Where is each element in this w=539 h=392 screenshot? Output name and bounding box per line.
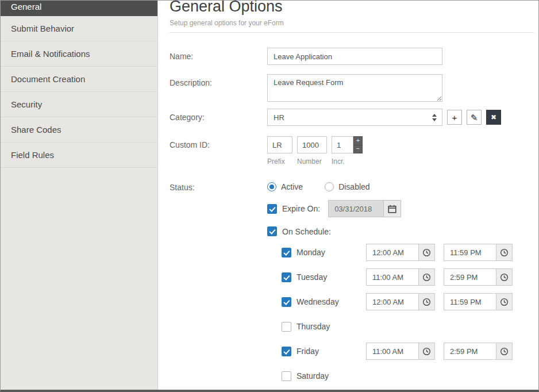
expire-label: Expire On: xyxy=(282,204,320,213)
end-time-value: 11:59 PM xyxy=(450,298,482,306)
clock-icon xyxy=(500,347,509,356)
category-select[interactable]: HR xyxy=(267,109,442,126)
decrement-button[interactable]: − xyxy=(353,145,363,154)
clock-button[interactable] xyxy=(496,293,513,310)
incr-stepper: + − xyxy=(353,136,363,153)
day-row-wednesday: Wednesday 12:00 AM 11:59 PM xyxy=(282,293,534,310)
start-time-input[interactable]: 11:00 AM xyxy=(366,343,419,360)
description-label: Description: xyxy=(170,74,267,102)
day-label: Thursday xyxy=(297,322,366,331)
sidebar-item-label: Security xyxy=(11,99,42,109)
start-time-input[interactable]: 12:00 AM xyxy=(366,244,419,261)
clock-icon xyxy=(500,298,509,306)
general-options-panel: General Options Setup general options fo… xyxy=(158,1,538,390)
x-icon: ✖ xyxy=(491,114,496,121)
day-label: Saturday xyxy=(297,371,366,381)
on-schedule-checkbox[interactable] xyxy=(267,226,277,236)
chevron-up-icon xyxy=(432,114,437,117)
end-time-input[interactable]: 11:59 PM xyxy=(444,293,496,310)
incr-input[interactable] xyxy=(332,136,353,153)
end-time-input[interactable]: 2:59 PM xyxy=(444,268,496,286)
calendar-button[interactable] xyxy=(384,200,401,217)
number-input[interactable] xyxy=(297,136,327,153)
increment-button[interactable]: + xyxy=(353,136,363,145)
clock-button[interactable] xyxy=(419,244,435,261)
chevron-down-icon xyxy=(432,118,437,121)
day-label: Wednesday xyxy=(297,297,366,306)
on-schedule-row: On Schedule: xyxy=(267,226,534,236)
start-time-input[interactable]: 11:00 AM xyxy=(366,268,419,286)
end-time-value: 11:59 PM xyxy=(450,248,482,257)
description-row: Description: Leave Request Form xyxy=(170,74,534,102)
day-row-friday: Friday 11:00 AM 2:59 PM xyxy=(282,343,534,360)
expire-date-input[interactable]: 03/31/2018 xyxy=(328,200,384,217)
sidebar-item-share-codes[interactable]: Share Codes xyxy=(1,117,157,143)
day-row-saturday: Saturday xyxy=(282,367,534,385)
custom-id-label: Custom ID: xyxy=(170,136,267,166)
day-checkbox-tuesday[interactable] xyxy=(282,272,291,282)
expire-checkbox[interactable] xyxy=(267,204,277,214)
incr-caption: Incr. xyxy=(332,157,363,166)
spinner-icon[interactable] xyxy=(427,114,442,121)
clock-icon xyxy=(422,347,431,356)
day-row-monday: Monday 12:00 AM 11:59 PM xyxy=(282,244,534,261)
day-checkbox-monday[interactable] xyxy=(282,248,291,258)
radio-disabled-label[interactable]: Disabled xyxy=(338,182,369,191)
start-time-value: 11:00 AM xyxy=(372,347,403,356)
sidebar-item-label: Share Codes xyxy=(11,125,61,134)
clock-button[interactable] xyxy=(496,244,513,261)
sidebar-item-submit-behavior[interactable]: Submit Behavior xyxy=(1,16,157,41)
sidebar-item-label: Submit Behavior xyxy=(11,24,74,33)
clock-button[interactable] xyxy=(496,268,513,286)
end-time-value: 2:59 PM xyxy=(450,347,478,356)
prefix-input[interactable] xyxy=(267,136,292,153)
clock-button[interactable] xyxy=(419,268,435,286)
header-divider xyxy=(170,32,534,33)
sidebar-item-label: General xyxy=(11,2,41,11)
sidebar-item-label: Field Rules xyxy=(11,150,54,160)
day-checkbox-wednesday[interactable] xyxy=(282,297,291,307)
sidebar-item-document-creation[interactable]: Document Creation xyxy=(1,67,157,92)
delete-category-button[interactable]: ✖ xyxy=(486,110,501,125)
expire-date-value: 03/31/2018 xyxy=(334,205,372,213)
clock-icon xyxy=(500,248,509,257)
clock-icon xyxy=(422,273,431,282)
clock-button[interactable] xyxy=(419,293,435,310)
status-label: Status: xyxy=(170,182,267,192)
clock-icon xyxy=(500,273,509,282)
radio-active[interactable] xyxy=(267,182,276,191)
number-caption: Number xyxy=(297,157,327,166)
plus-icon: + xyxy=(356,138,360,144)
page-title: General Options xyxy=(170,1,534,16)
sidebar-item-label: Document Creation xyxy=(11,74,85,84)
edit-category-button[interactable]: ✎ xyxy=(467,110,482,125)
day-checkbox-thursday[interactable] xyxy=(282,322,291,332)
clock-button[interactable] xyxy=(496,343,513,360)
description-textarea[interactable]: Leave Request Form xyxy=(267,74,442,102)
clock-icon xyxy=(422,248,431,257)
category-label: Category: xyxy=(170,109,267,126)
day-checkbox-saturday[interactable] xyxy=(282,371,291,381)
sidebar-item-field-rules[interactable]: Field Rules xyxy=(1,143,157,168)
name-input[interactable] xyxy=(267,48,442,65)
radio-disabled[interactable] xyxy=(325,182,334,191)
sidebar-item-security[interactable]: Security xyxy=(1,92,157,117)
sidebar-item-email-notifications[interactable]: Email & Notifications xyxy=(1,41,157,67)
category-row: Category: HR + ✎ ✖ xyxy=(170,109,534,126)
sidebar-item-label: Email & Notifications xyxy=(11,49,90,59)
add-category-button[interactable]: + xyxy=(447,110,462,125)
prefix-caption: Prefix xyxy=(267,157,292,166)
end-time-input[interactable]: 11:59 PM xyxy=(444,244,496,261)
radio-active-label[interactable]: Active xyxy=(281,182,303,191)
category-select-value: HR xyxy=(274,113,284,122)
end-time-input[interactable]: 2:59 PM xyxy=(444,343,496,360)
clock-button[interactable] xyxy=(419,343,435,360)
start-time-input[interactable]: 12:00 AM xyxy=(366,293,419,310)
name-label: Name: xyxy=(170,48,267,65)
sidebar-item-general[interactable]: General xyxy=(1,1,157,16)
custom-id-row: Custom ID: Prefix Number + xyxy=(170,136,534,166)
day-label: Tuesday xyxy=(297,272,366,282)
day-checkbox-friday[interactable] xyxy=(282,347,291,356)
start-time-value: 12:00 AM xyxy=(372,248,404,257)
sidebar: General Submit Behavior Email & Notifica… xyxy=(1,1,158,390)
